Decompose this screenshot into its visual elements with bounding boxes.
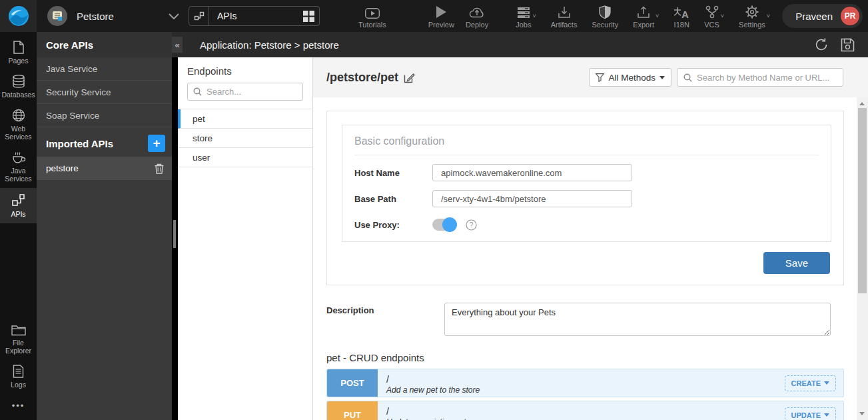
security-shield-icon (599, 4, 611, 19)
endpoints-list: pet store user (178, 109, 312, 167)
scroll-up-arrow[interactable] (859, 102, 865, 105)
help-icon[interactable]: ? (466, 219, 477, 231)
settings-button[interactable]: Settings (739, 4, 765, 29)
sidebar-item-petstore[interactable]: petstore (37, 157, 172, 180)
deploy-button[interactable]: Deploy (466, 4, 488, 29)
chevron-down-icon (659, 76, 665, 79)
artifacts-button[interactable]: Artifacts (551, 4, 578, 29)
file-explorer-label: File Explorer (1, 339, 35, 355)
user-menu[interactable]: Praveen PR (782, 4, 863, 28)
host-name-field[interactable] (432, 164, 632, 181)
project-selector[interactable]: Petstore (47, 6, 189, 26)
base-path-field[interactable] (432, 190, 632, 207)
sidebar-item-web-services[interactable]: Web Services (0, 104, 37, 146)
preview-label: Preview (428, 21, 454, 29)
svg-text:A: A (681, 9, 689, 19)
preview-button[interactable]: Preview (428, 4, 454, 29)
security-button[interactable]: Security (592, 4, 618, 29)
vcs-button[interactable]: VCS (704, 4, 719, 29)
breadcrumb: Application: Petstore > petstore (200, 39, 339, 51)
description-field[interactable]: Everything about your Pets (444, 303, 831, 336)
chevron-down-icon (169, 13, 179, 19)
globe-icon (12, 109, 25, 122)
chevron-down-icon: ˅ (721, 13, 724, 19)
search-icon (193, 87, 202, 96)
sidebar-scrollbar-thumb[interactable] (173, 220, 176, 248)
sidebar-item-security-service[interactable]: Security Service (37, 81, 172, 104)
sidebar-scrollbar[interactable] (172, 57, 178, 420)
project-doc-icon (52, 11, 63, 21)
grid-icon[interactable] (303, 11, 314, 22)
chevron-down-icon: ˅ (532, 13, 536, 19)
sidebar-item-databases[interactable]: Databases (0, 70, 37, 104)
method-search[interactable] (677, 68, 843, 87)
content-scrollbar[interactable] (857, 97, 868, 420)
endpoint-row-post[interactable]: POST / Add a new pet to the store CREATE (326, 369, 844, 397)
endpoint-item-user[interactable]: user (178, 148, 312, 167)
sidebar-item-java-services[interactable]: Java Services (0, 146, 37, 188)
tutorials-button[interactable]: Tutorials (358, 4, 386, 29)
refresh-button[interactable] (814, 37, 829, 52)
sidebar-item-soap-service[interactable]: Soap Service (37, 104, 172, 127)
page-title-text: /petstore/pet (326, 71, 398, 85)
workspace-label: APIs (217, 11, 237, 21)
endpoints-search-input[interactable] (207, 87, 293, 97)
tutorials-label: Tutorials (358, 21, 386, 29)
method-badge-post: POST (327, 369, 378, 397)
jobs-button[interactable]: Jobs (516, 4, 531, 29)
endpoint-row-put[interactable]: PUT / Update an existing pet UPDATE (326, 401, 844, 420)
save-icon-button[interactable] (841, 38, 855, 52)
java-services-label: Java Services (1, 167, 35, 183)
content-scrollbar-thumb[interactable] (858, 108, 867, 293)
base-path-label: Base Path (354, 194, 432, 204)
content-header: /petstore/pet (313, 57, 868, 97)
project-avatar (47, 6, 67, 26)
create-action-label: CREATE (791, 379, 821, 387)
wavemaker-logo-icon (7, 5, 30, 27)
more-options-button[interactable]: ••• (0, 394, 37, 420)
update-action-button[interactable]: UPDATE (785, 407, 836, 420)
endpoints-title: Endpoints (178, 57, 312, 83)
endpoints-search[interactable] (187, 83, 303, 101)
trash-icon[interactable] (155, 163, 164, 174)
vcs-branch-icon (705, 4, 719, 19)
sidebar-item-logs[interactable]: Logs (0, 360, 37, 394)
filter-icon (596, 73, 604, 82)
coffee-icon (11, 151, 26, 164)
edit-icon[interactable] (404, 72, 415, 83)
project-name: Petstore (77, 11, 114, 22)
database-icon (12, 75, 25, 88)
methods-filter-dropdown[interactable]: All Methods (589, 68, 671, 87)
svg-text:?: ? (470, 221, 474, 229)
sidebar-item-pages[interactable]: Pages (0, 36, 37, 70)
create-action-button[interactable]: CREATE (785, 375, 836, 391)
chevron-down-icon: ˅ (655, 13, 659, 19)
i18n-button[interactable]: A I18N (673, 4, 689, 29)
export-icon (637, 4, 650, 19)
save-button[interactable]: Save (763, 252, 830, 274)
deploy-label: Deploy (466, 21, 488, 29)
left-icon-bar: Pages Databases (0, 32, 37, 420)
core-apis-header: Core APIs (37, 32, 172, 57)
folder-icon (11, 324, 26, 336)
wavemaker-logo[interactable] (0, 0, 37, 32)
workspace-selector[interactable]: APIs (189, 6, 320, 26)
sidebar-item-java-service[interactable]: Java Service (37, 57, 172, 81)
scroll-down-arrow[interactable] (859, 412, 865, 415)
method-search-input[interactable] (697, 73, 837, 83)
web-services-label: Web Services (1, 125, 35, 141)
artifacts-icon (558, 4, 571, 19)
add-api-button[interactable]: + (148, 135, 165, 152)
endpoint-description: Update an existing pet (386, 417, 785, 420)
jobs-label: Jobs (516, 21, 531, 29)
endpoint-item-store[interactable]: store (178, 129, 312, 148)
export-button[interactable]: Export (633, 4, 654, 29)
use-proxy-toggle[interactable] (432, 219, 455, 231)
collapse-sidebar-button[interactable]: « (172, 37, 183, 53)
avatar: PR (841, 7, 859, 25)
apis-sidebar: Core APIs Java Service Security Service … (37, 32, 172, 420)
sidebar-item-apis[interactable]: APIs (0, 188, 37, 223)
endpoint-item-pet[interactable]: pet (178, 109, 312, 129)
top-bar: Petstore APIs (0, 0, 868, 32)
sidebar-item-file-explorer[interactable]: File Explorer (0, 319, 37, 360)
